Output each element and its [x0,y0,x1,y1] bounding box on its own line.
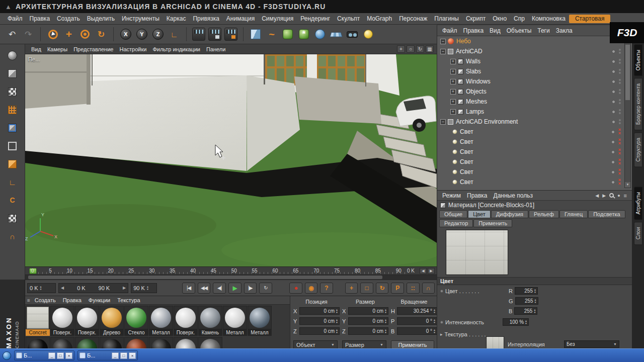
rotation-b-field[interactable]: 0 °▲▼ [397,327,437,335]
preview-range-slider[interactable]: ◀ 0 K 90 K ▶ [58,283,128,293]
key-dot-icon[interactable] [440,290,443,293]
intensity-field[interactable]: 100 %▲▼ [503,318,529,326]
attribute-menu-item[interactable]: Правка [464,190,491,201]
object-mode-button[interactable] [4,65,22,81]
tab-bump[interactable]: Рельеф [529,210,559,218]
points-mode-button[interactable] [4,120,22,136]
previous-key-button[interactable]: ◀◀ [198,283,211,294]
scrollbar-handle[interactable] [625,45,630,100]
texture-mode-button[interactable] [4,83,22,100]
interpolation-dropdown[interactable]: Без ▼ [564,340,619,348]
layer-dot[interactable] [611,140,615,144]
timeline-scroll-handle[interactable] [28,276,382,279]
object-manager-scrollbar[interactable]: ▲ ▼ [624,37,631,188]
tree-row[interactable]: Свет ×× [437,137,632,147]
size-mode-dropdown[interactable]: Размер▼ [342,340,386,349]
minimize-icon[interactable]: _ [48,352,55,359]
add-light-button[interactable] [361,27,375,41]
object-name[interactable]: Windows [466,78,491,85]
coordinate-mode-dropdown[interactable]: Объект▼ [293,340,338,349]
axis-mode-button[interactable]: ∟ [4,174,22,190]
disabled-x-icons[interactable]: ×× [618,128,621,135]
material-menu-item[interactable]: Правка [59,296,85,306]
red-value-field[interactable]: 255▲▼ [515,287,538,295]
zoom-view-icon[interactable]: ○ [407,45,415,53]
object-name[interactable]: ArchiCAD Environment [456,118,518,125]
timeline-scroll-left-icon[interactable]: ◀ [420,268,427,274]
expand-toggle[interactable]: + [450,89,456,95]
expand-toggle[interactable]: + [450,79,456,84]
menu-item[interactable]: Анимация [223,13,258,24]
object-name[interactable]: Свет [460,148,473,155]
object-name[interactable]: ArchiCAD [456,48,482,55]
add-mograph-button[interactable]: * [297,27,311,41]
material-item[interactable]: Стекло [124,306,148,336]
close-icon[interactable]: × [129,352,136,359]
lock-y-button[interactable]: Y [135,27,149,41]
edges-mode-button[interactable] [4,138,22,154]
layer-dot[interactable] [612,120,615,124]
layer-dot[interactable] [611,180,615,184]
menu-item[interactable]: Спр [510,13,528,24]
key-dot-icon[interactable] [440,321,443,324]
menu-item[interactable]: Скульпт [334,13,363,24]
material-item[interactable]: Дерево [100,306,124,336]
layer-dot[interactable] [612,70,615,73]
panel-menu-icon[interactable]: ≡ [624,193,627,199]
disabled-x-icons[interactable]: ×× [618,138,621,145]
taskbar-window-button[interactable]: Б... _ □ × [77,350,138,360]
object-name[interactable]: Свет [460,168,473,175]
timeline-scrollbar[interactable] [25,275,437,280]
restore-icon[interactable]: □ [120,352,127,359]
menu-item[interactable]: Выделить [84,13,118,24]
viewport-menu-item[interactable]: Камеры [44,44,70,55]
close-icon[interactable]: × [65,352,72,359]
object-name[interactable]: Meshes [466,98,487,105]
render-settings-button[interactable] [224,27,238,41]
tree-row[interactable]: Свет ×× [437,157,632,167]
play-button[interactable]: ▶ [228,283,242,294]
tab-structure[interactable]: Структура [634,132,642,167]
visibility-dots[interactable] [619,89,621,94]
viewport-canvas[interactable]: Y X Z [25,54,437,266]
attribute-menu-item[interactable]: Режим [439,190,464,201]
size-y-field[interactable]: 0 cm▲▼ [348,317,388,325]
tree-row[interactable]: − ArchiCAD Environment [437,117,632,127]
texture-expander-icon[interactable]: ▸ [440,332,443,337]
menu-item[interactable]: Плагины [431,13,462,24]
lock-icon[interactable]: ● [617,193,620,198]
add-deformer-button[interactable] [313,27,327,41]
material-item[interactable]: Металл [149,306,173,336]
blue-value-field[interactable]: 255▲▼ [514,307,537,315]
lock-x-button[interactable]: X [119,27,133,41]
material-item[interactable]: Поверх. [174,306,198,336]
material-item[interactable]: Concret [26,306,50,336]
viewport-menu-item[interactable]: Представление [70,44,116,55]
disabled-x-icons[interactable]: ×× [618,148,621,155]
object-name[interactable]: Свет [460,138,473,145]
tab-luminance[interactable]: Подсветка [588,210,625,218]
goto-start-button[interactable]: |◀ [182,283,195,294]
move-tool[interactable]: + [62,27,76,41]
object-name[interactable]: Objects [466,88,487,95]
material-menu-item[interactable]: Текстура [114,296,143,306]
rotate-view-icon[interactable]: ↻ [416,45,424,53]
object-manager-menu-item[interactable]: Объекты [504,25,535,36]
pan-view-icon[interactable]: + [397,45,405,53]
tab-attributes[interactable]: Атрибуты [634,187,642,220]
timeline-ruler[interactable]: 051015202530354045505560657075808590 0 K… [25,266,437,275]
tree-row[interactable]: + Meshes [437,97,632,107]
previous-frame-button[interactable]: ◀| [213,283,226,294]
keyframe-selection-button[interactable]: ∩ [422,283,435,294]
tab-editor[interactable]: Редактор [439,219,473,227]
green-value-field[interactable]: 255▲▼ [515,297,538,305]
object-manager-menu-item[interactable]: Закла [553,25,576,36]
apply-button[interactable]: Применить [391,340,434,349]
key-pla-toggle[interactable]: :: [407,283,420,294]
minimize-icon[interactable]: _ [112,352,119,359]
visibility-dots[interactable] [619,99,621,104]
key-rotation-toggle[interactable]: ↻ [376,283,389,294]
polygons-mode-button[interactable] [4,156,22,172]
browser-quicklaunch-icon[interactable] [3,351,11,360]
toggle-views-icon[interactable]: ▦ [426,45,434,53]
